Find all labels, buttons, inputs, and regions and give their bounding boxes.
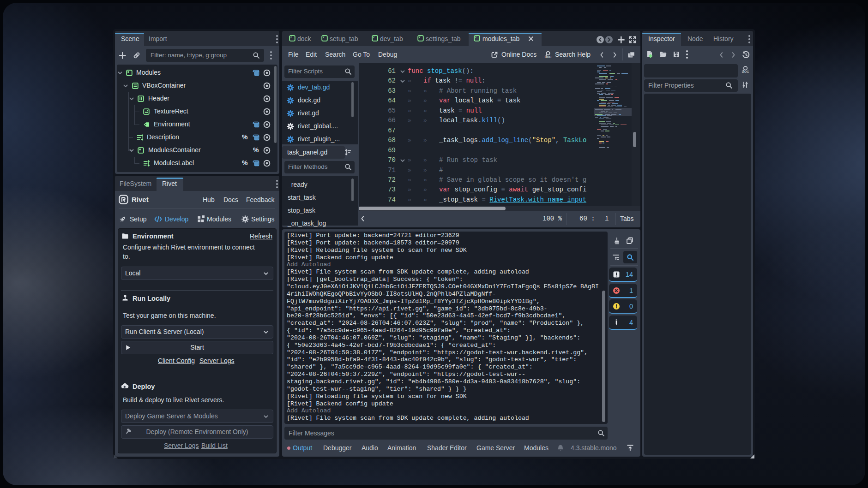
svg-text:DOC: DOC: [742, 70, 749, 73]
svg-text:DOC: DOC: [545, 55, 552, 59]
